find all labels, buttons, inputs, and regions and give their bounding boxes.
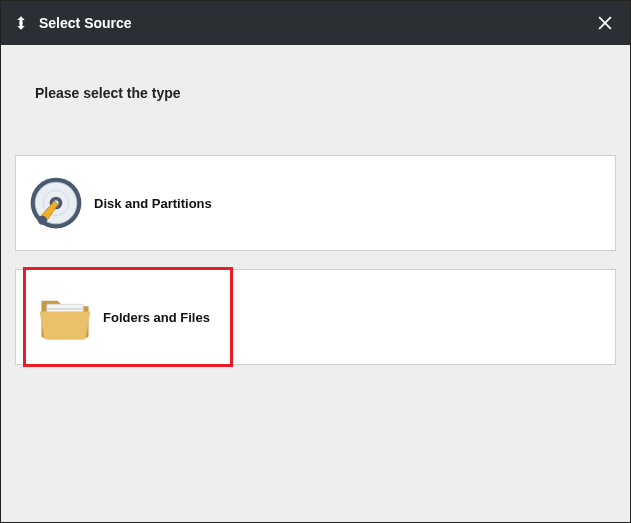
app-logo-icon	[11, 13, 31, 33]
option-label: Disk and Partitions	[94, 196, 212, 211]
close-button[interactable]	[590, 8, 620, 38]
option-disk-and-partitions[interactable]: Disk and Partitions	[15, 155, 616, 251]
dialog-title: Select Source	[39, 15, 132, 31]
option-label: Folders and Files	[103, 310, 210, 325]
option-folders-and-files-row: Folders and Files	[15, 269, 616, 365]
option-folders-and-files[interactable]: Folders and Files	[25, 269, 231, 365]
dialog-body: Please select the type Disk and Partitio…	[1, 45, 630, 522]
titlebar: Select Source	[1, 1, 630, 45]
prompt-text: Please select the type	[35, 85, 616, 101]
svg-point-8	[38, 216, 47, 225]
svg-rect-10	[47, 308, 83, 310]
select-source-dialog: Select Source Please select the type	[0, 0, 631, 523]
folder-icon	[35, 287, 95, 347]
close-icon	[595, 13, 615, 33]
disk-icon	[26, 173, 86, 233]
